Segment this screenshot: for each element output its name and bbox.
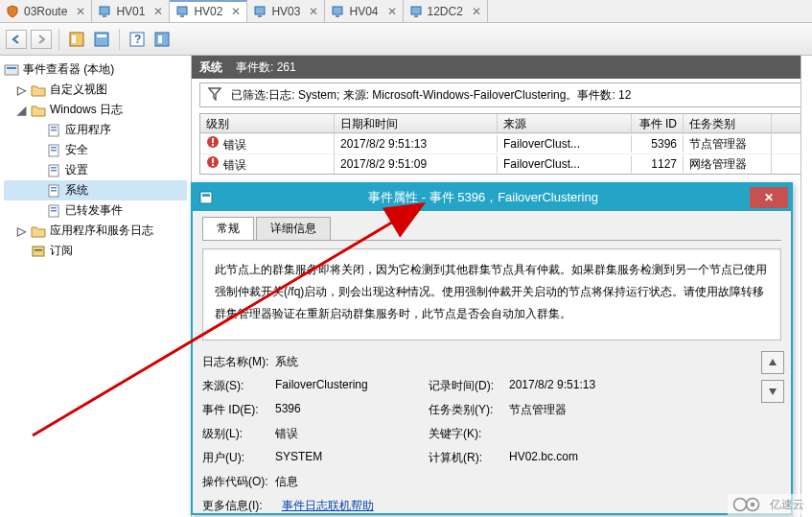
tab-details[interactable]: 详细信息	[256, 217, 331, 240]
svg-rect-45	[202, 194, 210, 197]
folder-icon	[31, 223, 46, 239]
col-task[interactable]: 任务类别	[684, 114, 772, 132]
field-label: 操作代码(O):	[202, 474, 275, 490]
toolbar-icon-3[interactable]	[151, 29, 173, 50]
tab-hv04[interactable]: HV04✕	[325, 0, 403, 22]
svg-rect-13	[97, 35, 106, 37]
tab-label: HV01	[116, 5, 145, 18]
tree-item-label: 订阅	[50, 243, 73, 259]
category-banner: 系统 事件数: 261	[192, 56, 812, 79]
tab-label: 12DC2	[428, 5, 463, 18]
tab-03route[interactable]: 03Route✕	[0, 0, 92, 22]
field-value: 节点管理器	[509, 402, 672, 418]
field-label: 级别(L):	[202, 426, 275, 442]
col-eventid[interactable]: 事件 ID	[632, 114, 684, 132]
svg-rect-40	[212, 144, 214, 146]
svg-rect-30	[51, 187, 57, 189]
svg-rect-39	[212, 138, 214, 143]
table-row[interactable]: 错误2017/8/2 9:51:09FailoverClust...1127网络…	[200, 153, 803, 174]
prev-event-button[interactable]	[761, 351, 784, 374]
tab-general[interactable]: 常规	[202, 217, 254, 240]
svg-rect-17	[158, 35, 162, 43]
close-icon[interactable]: ✕	[309, 7, 318, 16]
field-value	[509, 426, 672, 442]
svg-rect-8	[411, 7, 421, 14]
forward-button[interactable]	[31, 30, 52, 49]
svg-text:?: ?	[134, 33, 141, 46]
help-button[interactable]: ?	[127, 29, 148, 50]
field-label: 事件 ID(E):	[202, 402, 275, 418]
svg-rect-1	[103, 15, 106, 17]
toolbar-icon-1[interactable]	[66, 29, 87, 50]
svg-rect-22	[51, 129, 57, 131]
svg-rect-25	[51, 150, 57, 152]
back-button[interactable]	[6, 30, 27, 49]
tab-12dc2[interactable]: 12DC2✕	[404, 0, 488, 22]
svg-marker-47	[769, 388, 777, 395]
tab-label: HV04	[349, 5, 378, 18]
field-label: 计算机(R):	[429, 450, 509, 466]
tree-item-label: 设置	[65, 162, 88, 178]
moreinfo-link[interactable]: 事件日志联机帮助	[282, 498, 374, 514]
sub-icon	[31, 244, 46, 259]
tab-hv02[interactable]: HV02✕	[170, 0, 247, 22]
svg-marker-37	[209, 88, 220, 100]
close-icon[interactable]: ✕	[76, 7, 85, 16]
dialog-titlebar[interactable]: 事件属性 - 事件 5396，FailoverClustering ✕	[193, 184, 791, 211]
table-row[interactable]: 错误2017/8/2 9:51:13FailoverClust...5396节点…	[200, 133, 803, 153]
twisty-icon[interactable]: ▷	[15, 83, 27, 97]
tree-item[interactable]: 安全	[4, 140, 187, 160]
tree-root[interactable]: 事件查看器 (本地)	[4, 59, 187, 80]
tab-hv01[interactable]: HV01✕	[92, 0, 170, 22]
tree-item-label: Windows 日志	[50, 102, 123, 118]
field-label: 用户(U):	[202, 450, 275, 466]
tree-item[interactable]: ◢Windows 日志	[4, 100, 187, 120]
dialog-tabs: 常规 详细信息	[202, 217, 781, 241]
field-value: 系统	[275, 354, 429, 370]
twisty-icon[interactable]: ◢	[15, 104, 27, 117]
tree-item[interactable]: 应用程序	[4, 120, 187, 140]
tree-item[interactable]: 设置	[4, 160, 187, 180]
svg-point-52	[751, 503, 754, 506]
field-label: 关键字(K):	[429, 426, 509, 442]
pc-icon	[331, 5, 344, 18]
tree-item-label: 应用程序和服务日志	[50, 223, 153, 239]
svg-rect-6	[333, 7, 342, 14]
watermark-text: 亿速云	[770, 497, 804, 513]
tree-item-label: 安全	[65, 142, 88, 158]
close-icon[interactable]: ✕	[472, 7, 481, 16]
event-description: 此节点上的群集服务即将关闭，因为它检测到其他群集节点具有仲裁。如果群集服务检测到…	[202, 248, 781, 341]
toolbar: ?	[0, 23, 812, 56]
dialog-icon	[193, 190, 220, 205]
svg-rect-9	[414, 15, 418, 17]
tree-item[interactable]: ▷自定义视图	[4, 80, 187, 100]
svg-point-50	[734, 499, 747, 511]
banner-right: 事件数: 261	[236, 59, 296, 76]
close-icon[interactable]: ✕	[231, 7, 241, 16]
close-icon[interactable]: ✕	[387, 7, 397, 16]
svg-rect-43	[212, 164, 214, 166]
field-label	[429, 354, 509, 370]
folder-icon	[31, 82, 46, 98]
close-button[interactable]: ✕	[750, 187, 788, 208]
col-date[interactable]: 日期和时间	[335, 114, 498, 132]
next-event-button[interactable]	[761, 380, 784, 403]
tree-item[interactable]: 订阅	[4, 241, 187, 261]
event-fields: 日志名称(M):系统来源(S):FailoverClustering记录时间(D…	[202, 354, 781, 490]
field-label	[429, 474, 509, 490]
svg-rect-2	[177, 7, 187, 14]
twisty-icon[interactable]: ▷	[15, 224, 27, 238]
tree-item[interactable]: 已转发事件	[4, 200, 187, 221]
col-source[interactable]: 来源	[498, 114, 632, 132]
filter-icon[interactable]	[208, 87, 221, 104]
toolbar-icon-2[interactable]	[91, 29, 112, 50]
svg-rect-24	[51, 147, 57, 149]
field-value: 2017/8/2 9:51:13	[509, 378, 672, 394]
close-icon[interactable]: ✕	[153, 7, 163, 16]
svg-rect-42	[212, 158, 214, 163]
col-level[interactable]: 级别	[200, 114, 335, 132]
tab-hv03[interactable]: HV03✕	[247, 0, 325, 22]
tree-item[interactable]: ▷应用程序和服务日志	[4, 221, 187, 241]
svg-rect-21	[51, 127, 57, 129]
tree-item[interactable]: 系统	[4, 180, 187, 200]
